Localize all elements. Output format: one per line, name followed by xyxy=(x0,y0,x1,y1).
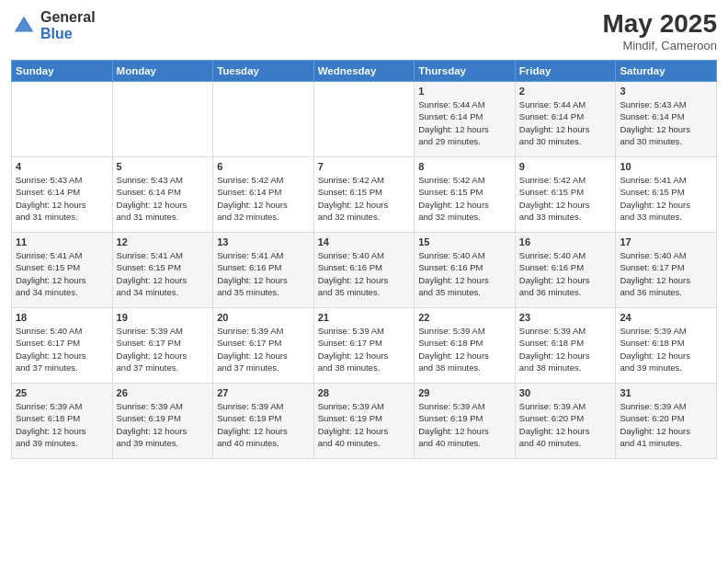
title-block: May 2025 Mindif, Cameroon xyxy=(602,9,717,52)
calendar-week-5: 25Sunrise: 5:39 AMSunset: 6:18 PMDayligh… xyxy=(12,384,717,459)
calendar-cell: 14Sunrise: 5:40 AMSunset: 6:16 PMDayligh… xyxy=(313,233,415,308)
day-info: and 36 minutes. xyxy=(519,286,612,298)
day-info: Sunrise: 5:43 AM xyxy=(620,98,712,110)
day-info: and 35 minutes. xyxy=(418,286,511,298)
day-info: Daylight: 12 hours xyxy=(217,350,310,362)
calendar-week-2: 4Sunrise: 5:43 AMSunset: 6:14 PMDaylight… xyxy=(12,157,717,233)
calendar-location: Mindif, Cameroon xyxy=(602,39,717,52)
day-info: Sunrise: 5:39 AM xyxy=(620,400,712,412)
page-container: General Blue May 2025 Mindif, Cameroon S… xyxy=(0,0,728,563)
day-info: Sunrise: 5:39 AM xyxy=(16,400,108,412)
day-info: Sunset: 6:15 PM xyxy=(16,261,108,273)
col-friday: Friday xyxy=(515,61,616,82)
calendar-cell: 15Sunrise: 5:40 AMSunset: 6:16 PMDayligh… xyxy=(415,233,516,308)
day-info: Sunrise: 5:39 AM xyxy=(117,325,210,337)
day-info: Daylight: 12 hours xyxy=(418,425,511,437)
day-info: Sunset: 6:16 PM xyxy=(418,261,511,273)
day-info: Sunset: 6:18 PM xyxy=(519,337,612,349)
day-info: Sunset: 6:18 PM xyxy=(16,412,108,424)
calendar-cell xyxy=(313,82,415,157)
day-info: Sunset: 6:15 PM xyxy=(318,186,411,198)
day-info: Sunrise: 5:40 AM xyxy=(318,249,411,261)
day-number: 27 xyxy=(217,387,310,398)
day-number: 28 xyxy=(318,387,411,398)
day-info: Daylight: 12 hours xyxy=(418,123,511,135)
calendar-cell: 7Sunrise: 5:42 AMSunset: 6:15 PMDaylight… xyxy=(313,157,415,233)
day-info: Sunrise: 5:39 AM xyxy=(318,325,411,337)
day-info: Daylight: 12 hours xyxy=(117,350,210,362)
calendar-week-4: 18Sunrise: 5:40 AMSunset: 6:17 PMDayligh… xyxy=(12,308,717,384)
col-tuesday: Tuesday xyxy=(213,61,314,82)
calendar-cell: 20Sunrise: 5:39 AMSunset: 6:17 PMDayligh… xyxy=(213,308,314,384)
day-info: Sunset: 6:15 PM xyxy=(418,186,511,198)
day-info: and 38 minutes. xyxy=(318,362,411,373)
calendar-cell xyxy=(213,82,314,157)
day-number: 12 xyxy=(117,236,210,247)
calendar-cell: 1Sunrise: 5:44 AMSunset: 6:14 PMDaylight… xyxy=(415,82,516,157)
day-info: and 37 minutes. xyxy=(217,362,310,373)
calendar-cell: 27Sunrise: 5:39 AMSunset: 6:19 PMDayligh… xyxy=(213,384,314,459)
day-info: and 39 minutes. xyxy=(620,362,712,373)
day-number: 2 xyxy=(519,86,612,97)
day-info: Daylight: 12 hours xyxy=(318,274,411,286)
day-info: Sunrise: 5:40 AM xyxy=(418,249,511,261)
day-info: Sunrise: 5:39 AM xyxy=(217,325,310,337)
day-info: and 39 minutes. xyxy=(117,437,210,449)
day-info: Sunset: 6:17 PM xyxy=(16,337,108,349)
day-info: and 36 minutes. xyxy=(620,286,712,298)
day-number: 11 xyxy=(16,236,108,247)
day-info: Sunrise: 5:39 AM xyxy=(117,400,210,412)
day-number: 15 xyxy=(418,236,511,247)
day-info: and 33 minutes. xyxy=(519,211,612,223)
calendar-cell: 16Sunrise: 5:40 AMSunset: 6:16 PMDayligh… xyxy=(515,233,616,308)
day-info: and 38 minutes. xyxy=(519,362,612,373)
day-info: Sunrise: 5:42 AM xyxy=(217,174,310,186)
day-info: Daylight: 12 hours xyxy=(16,199,108,211)
day-number: 29 xyxy=(418,387,511,398)
day-info: and 40 minutes. xyxy=(318,437,411,449)
day-info: and 35 minutes. xyxy=(318,286,411,298)
calendar-cell: 12Sunrise: 5:41 AMSunset: 6:15 PMDayligh… xyxy=(112,233,213,308)
calendar-cell xyxy=(12,82,113,157)
day-info: Sunrise: 5:43 AM xyxy=(16,174,108,186)
day-info: and 35 minutes. xyxy=(217,286,310,298)
day-number: 17 xyxy=(620,236,712,247)
day-info: Sunrise: 5:40 AM xyxy=(620,249,712,261)
day-number: 9 xyxy=(519,161,612,172)
day-number: 19 xyxy=(117,312,210,323)
calendar-cell: 29Sunrise: 5:39 AMSunset: 6:19 PMDayligh… xyxy=(415,384,516,459)
day-number: 18 xyxy=(16,312,108,323)
calendar-table: Sunday Monday Tuesday Wednesday Thursday… xyxy=(11,60,717,459)
col-saturday: Saturday xyxy=(616,61,717,82)
calendar-week-3: 11Sunrise: 5:41 AMSunset: 6:15 PMDayligh… xyxy=(12,233,717,308)
day-info: and 32 minutes. xyxy=(217,211,310,223)
day-info: and 30 minutes. xyxy=(620,135,712,147)
day-number: 30 xyxy=(519,387,612,398)
day-info: and 41 minutes. xyxy=(620,437,712,449)
day-info: Sunset: 6:16 PM xyxy=(217,261,310,273)
day-info: Sunrise: 5:40 AM xyxy=(519,249,612,261)
day-info: Sunset: 6:17 PM xyxy=(620,261,712,273)
day-info: Daylight: 12 hours xyxy=(16,350,108,362)
day-info: Daylight: 12 hours xyxy=(620,123,712,135)
calendar-cell: 3Sunrise: 5:43 AMSunset: 6:14 PMDaylight… xyxy=(616,82,717,157)
day-number: 25 xyxy=(16,387,108,398)
day-info: and 34 minutes. xyxy=(16,286,108,298)
day-info: Sunset: 6:14 PM xyxy=(519,110,612,122)
logo-icon xyxy=(11,13,37,39)
col-sunday: Sunday xyxy=(12,61,113,82)
calendar-cell: 5Sunrise: 5:43 AMSunset: 6:14 PMDaylight… xyxy=(112,157,213,233)
day-number: 24 xyxy=(620,312,712,323)
day-info: Sunset: 6:19 PM xyxy=(117,412,210,424)
day-number: 3 xyxy=(620,86,712,97)
day-info: Daylight: 12 hours xyxy=(117,199,210,211)
col-thursday: Thursday xyxy=(415,61,516,82)
day-info: Daylight: 12 hours xyxy=(620,274,712,286)
calendar-cell: 10Sunrise: 5:41 AMSunset: 6:15 PMDayligh… xyxy=(616,157,717,233)
day-info: Sunset: 6:14 PM xyxy=(217,186,310,198)
day-info: Sunrise: 5:42 AM xyxy=(418,174,511,186)
day-number: 21 xyxy=(318,312,411,323)
day-info: Sunset: 6:17 PM xyxy=(318,337,411,349)
day-info: Daylight: 12 hours xyxy=(418,274,511,286)
day-info: Sunset: 6:14 PM xyxy=(117,186,210,198)
